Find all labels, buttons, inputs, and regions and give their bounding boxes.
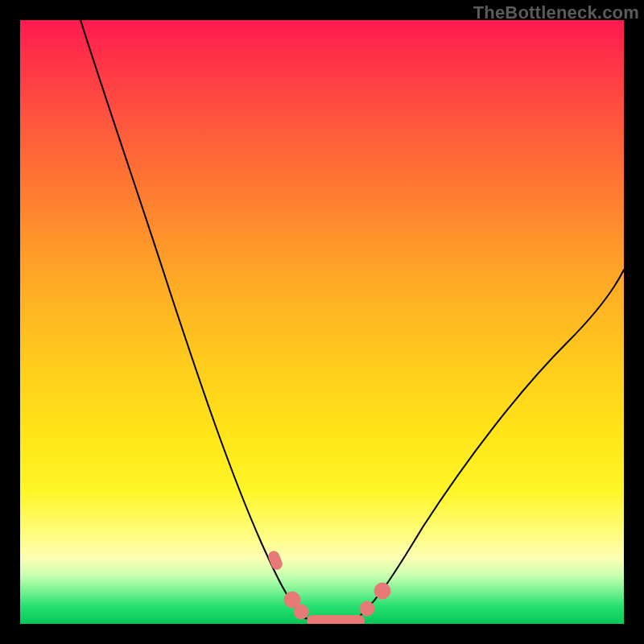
marker-pill-valley	[307, 615, 365, 624]
marker-dot	[374, 583, 390, 599]
chart-frame: TheBottleneck.com	[0, 0, 644, 644]
marker-dot	[294, 605, 308, 619]
series-right-branch	[358, 270, 624, 617]
watermark-text: TheBottleneck.com	[473, 2, 639, 23]
series-left-branch	[80, 20, 303, 617]
marker-dot	[360, 601, 374, 616]
plot-area	[20, 20, 624, 624]
markers-group	[266, 549, 390, 624]
chart-svg	[20, 20, 624, 624]
